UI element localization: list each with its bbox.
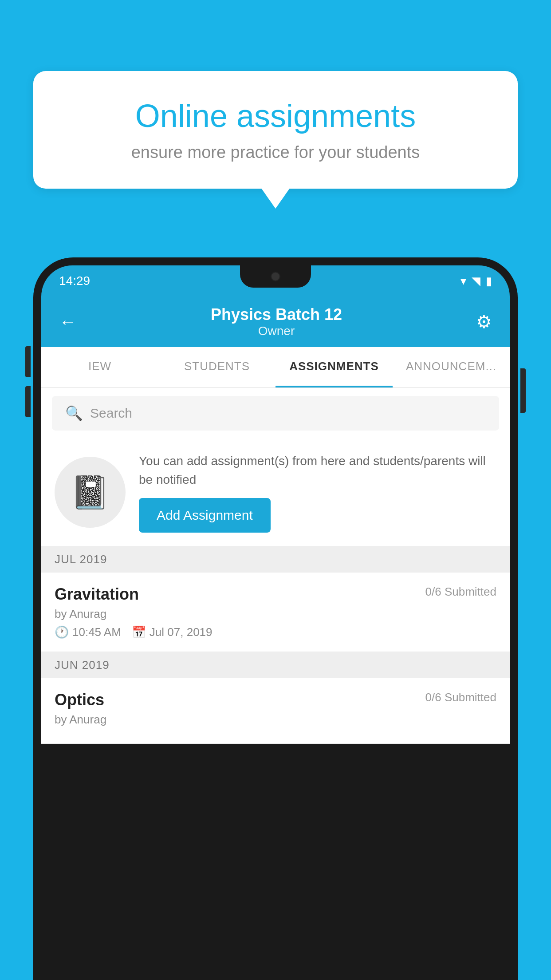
search-placeholder: Search — [90, 406, 132, 421]
search-icon: 🔍 — [65, 405, 83, 422]
search-bar: 🔍 Search — [41, 388, 510, 439]
header-title-group: Physics Batch 12 Owner — [211, 305, 342, 338]
clock-icon: 🕐 — [55, 625, 69, 639]
status-time: 14:29 — [59, 274, 90, 288]
promo-description: You can add assignment(s) from here and … — [139, 452, 496, 489]
promo-subtitle: ensure more practice for your students — [69, 143, 482, 162]
assignment-meta: 🕐 10:45 AM 📅 Jul 07, 2019 — [55, 625, 496, 639]
batch-title: Physics Batch 12 — [211, 305, 342, 324]
assignment-item-gravitation[interactable]: Gravitation 0/6 Submitted by Anurag 🕐 10… — [41, 573, 510, 652]
notebook-icon: 📓 — [70, 474, 110, 511]
notch — [240, 265, 311, 288]
tab-students[interactable]: STUDENTS — [158, 347, 276, 387]
add-assignment-button[interactable]: Add Assignment — [139, 498, 271, 533]
speech-bubble: Online assignments ensure more practice … — [33, 71, 518, 189]
assignment-time-value: 10:45 AM — [72, 625, 121, 639]
promo-card: Online assignments ensure more practice … — [33, 71, 518, 189]
settings-button[interactable]: ⚙ — [476, 312, 492, 332]
assignment-date-value: Jul 07, 2019 — [150, 625, 213, 639]
status-bar: 14:29 ▾ ◥ ▮ — [41, 265, 510, 296]
status-icons: ▾ ◥ ▮ — [460, 274, 492, 288]
tab-bar: IEW STUDENTS ASSIGNMENTS ANNOUNCEM... — [41, 347, 510, 388]
promo-text: You can add assignment(s) from here and … — [139, 452, 496, 533]
assignment-item-header-optics: Optics 0/6 Submitted — [55, 691, 496, 709]
assignment-submitted-optics: 0/6 Submitted — [425, 691, 496, 704]
app-header: ← Physics Batch 12 Owner ⚙ — [41, 296, 510, 347]
tab-announcements[interactable]: ANNOUNCEM... — [393, 347, 510, 387]
promo-title: Online assignments — [69, 98, 482, 134]
assignment-date: 📅 Jul 07, 2019 — [132, 625, 213, 639]
assignment-by: by Anurag — [55, 607, 496, 621]
section-header-jul: JUL 2019 — [41, 546, 510, 573]
section-header-jun: JUN 2019 — [41, 652, 510, 678]
assignment-by-optics: by Anurag — [55, 713, 496, 727]
assignment-item-header: Gravitation 0/6 Submitted — [55, 585, 496, 604]
back-button[interactable]: ← — [59, 312, 77, 332]
phone-frame: 14:29 ▾ ◥ ▮ ← Physics Batch 12 Owner ⚙ I… — [33, 257, 518, 980]
vol-up-button — [25, 346, 31, 377]
tab-assignments[interactable]: ASSIGNMENTS — [276, 347, 393, 387]
add-assignment-promo: 📓 You can add assignment(s) from here an… — [41, 439, 510, 546]
search-field[interactable]: 🔍 Search — [52, 396, 499, 431]
assignment-name: Gravitation — [55, 585, 139, 604]
calendar-icon: 📅 — [132, 625, 146, 639]
phone-screen: 🔍 Search 📓 You can add assignment(s) fro… — [41, 388, 510, 744]
assignment-time: 🕐 10:45 AM — [55, 625, 121, 639]
signal-icon: ◥ — [472, 274, 480, 288]
wifi-icon: ▾ — [460, 274, 466, 288]
camera-icon — [271, 272, 280, 281]
phone-wrapper: 14:29 ▾ ◥ ▮ ← Physics Batch 12 Owner ⚙ I… — [33, 257, 518, 980]
vol-down-button — [25, 386, 31, 417]
tab-iew[interactable]: IEW — [41, 347, 158, 387]
assignment-submitted: 0/6 Submitted — [425, 585, 496, 599]
assignment-item-optics[interactable]: Optics 0/6 Submitted by Anurag — [41, 678, 510, 744]
battery-icon: ▮ — [486, 274, 492, 288]
batch-subtitle: Owner — [211, 324, 342, 338]
power-button — [520, 368, 526, 413]
assignment-name-optics: Optics — [55, 691, 104, 709]
assignment-illustration: 📓 — [55, 457, 126, 528]
